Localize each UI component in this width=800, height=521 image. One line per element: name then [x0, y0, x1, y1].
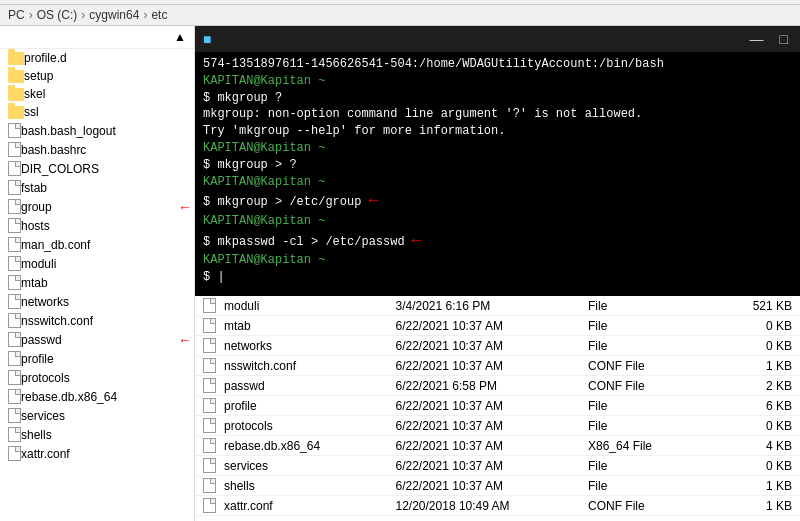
- sidebar-item[interactable]: skel: [0, 85, 194, 103]
- sidebar-item[interactable]: group←: [0, 197, 194, 216]
- terminal-line: $ mkgroup ?: [203, 90, 792, 107]
- terminal-controls: — □: [746, 31, 792, 47]
- terminal-body: 574-1351897611-1456626541-504:/home/WDAG…: [195, 52, 800, 296]
- file-icon: [8, 180, 21, 195]
- file-icon: [203, 338, 216, 353]
- sidebar-item[interactable]: bash.bashrc: [0, 140, 194, 159]
- arrow-indicator: ←: [369, 192, 379, 210]
- sidebar-item[interactable]: shells: [0, 425, 194, 444]
- terminal-line: KAPITAN@Kapitan ~: [203, 213, 792, 230]
- type-cell: File: [580, 396, 718, 416]
- file-icon: [203, 398, 216, 413]
- size-cell: 4 KB: [718, 436, 801, 456]
- sidebar-item[interactable]: passwd←: [0, 330, 194, 349]
- sidebar-item[interactable]: profile.d: [0, 49, 194, 67]
- table-row[interactable]: protocols6/22/2021 10:37 AMFile0 KB: [195, 416, 800, 436]
- file-icon: [203, 498, 216, 513]
- breadcrumb-os[interactable]: OS (C:): [37, 8, 78, 22]
- date-cell: 6/22/2021 10:37 AM: [388, 336, 581, 356]
- date-cell: 6/22/2021 10:37 AM: [388, 356, 581, 376]
- file-name: bash.bash_logout: [21, 124, 186, 138]
- file-icon: [8, 351, 21, 366]
- sidebar-item[interactable]: man_db.conf: [0, 235, 194, 254]
- sidebar-item[interactable]: hosts: [0, 216, 194, 235]
- date-cell: 6/22/2021 10:37 AM: [388, 456, 581, 476]
- file-name: man_db.conf: [21, 238, 186, 252]
- date-cell: 6/22/2021 10:37 AM: [388, 436, 581, 456]
- terminal-icon: ■: [203, 31, 211, 47]
- sidebar-item[interactable]: fstab: [0, 178, 194, 197]
- sidebar-item[interactable]: bash.bash_logout: [0, 121, 194, 140]
- size-cell: 1 KB: [718, 476, 801, 496]
- file-icon: [8, 237, 21, 252]
- sidebar-item[interactable]: services: [0, 406, 194, 425]
- terminal-line: $ mkgroup > /etc/group ←: [203, 190, 792, 212]
- file-icon: [8, 332, 21, 347]
- file-icon: [203, 458, 216, 473]
- table-row[interactable]: shells6/22/2021 10:37 AMFile1 KB: [195, 476, 800, 496]
- table-row[interactable]: moduli3/4/2021 6:16 PMFile521 KB: [195, 296, 800, 316]
- folder-icon: [8, 70, 24, 83]
- sidebar-item[interactable]: moduli: [0, 254, 194, 273]
- terminal-line: KAPITAN@Kapitan ~: [203, 140, 792, 157]
- terminal-line: mkgroup: non-option command line argumen…: [203, 106, 792, 123]
- date-cell: 6/22/2021 10:37 AM: [388, 316, 581, 336]
- file-name: hosts: [21, 219, 186, 233]
- size-cell: 1 KB: [718, 356, 801, 376]
- table-row[interactable]: mtab6/22/2021 10:37 AMFile0 KB: [195, 316, 800, 336]
- sidebar-item[interactable]: xattr.conf: [0, 444, 194, 463]
- sort-arrow: ▲: [174, 30, 186, 44]
- terminal-line: $ |: [203, 269, 792, 286]
- date-cell: 6/22/2021 10:37 AM: [388, 476, 581, 496]
- table-row[interactable]: services6/22/2021 10:37 AMFile0 KB: [195, 456, 800, 476]
- sidebar-item[interactable]: ssl: [0, 103, 194, 121]
- file-name: bash.bashrc: [21, 143, 186, 157]
- file-name-cell: protocols: [195, 416, 388, 435]
- file-name-cell: nsswitch.conf: [195, 356, 388, 375]
- sidebar-item[interactable]: networks: [0, 292, 194, 311]
- main-content: ▲ profile.dsetupskelsslbash.bash_logoutb…: [0, 26, 800, 521]
- file-icon: [8, 199, 21, 214]
- file-name: nsswitch.conf: [21, 314, 186, 328]
- sidebar-item[interactable]: protocols: [0, 368, 194, 387]
- sidebar-item[interactable]: nsswitch.conf: [0, 311, 194, 330]
- sidebar-item[interactable]: setup: [0, 67, 194, 85]
- folder-icon: [8, 88, 24, 101]
- sidebar-header: ▲: [0, 26, 194, 49]
- breadcrumb-pc[interactable]: PC: [8, 8, 25, 22]
- breadcrumb-etc[interactable]: etc: [151, 8, 167, 22]
- maximize-button[interactable]: □: [776, 31, 792, 47]
- file-name-cell: xattr.conf: [195, 496, 388, 515]
- table-row[interactable]: xattr.conf12/20/2018 10:49 AMCONF File1 …: [195, 496, 800, 516]
- folder-icon: [8, 106, 24, 119]
- table-row[interactable]: networks6/22/2021 10:37 AMFile0 KB: [195, 336, 800, 356]
- table-row[interactable]: passwd6/22/2021 6:58 PMCONF File2 KB: [195, 376, 800, 396]
- file-name-cell: profile: [195, 396, 388, 415]
- file-icon: [8, 142, 21, 157]
- file-name-cell: rebase.db.x86_64: [195, 436, 388, 455]
- sidebar-item[interactable]: profile: [0, 349, 194, 368]
- terminal-line: KAPITAN@Kapitan ~: [203, 174, 792, 191]
- table-row[interactable]: profile6/22/2021 10:37 AMFile6 KB: [195, 396, 800, 416]
- table-row[interactable]: nsswitch.conf6/22/2021 10:37 AMCONF File…: [195, 356, 800, 376]
- type-cell: CONF File: [580, 376, 718, 396]
- file-icon: [8, 218, 21, 233]
- terminal-title-bar: ■ — □: [195, 26, 800, 52]
- table-row[interactable]: rebase.db.x86_646/22/2021 10:37 AMX86_64…: [195, 436, 800, 456]
- file-icon: [203, 298, 216, 313]
- file-name: protocols: [21, 371, 186, 385]
- file-name: passwd: [21, 333, 186, 347]
- sidebar-item[interactable]: DIR_COLORS: [0, 159, 194, 178]
- file-icon: [8, 123, 21, 138]
- sidebar-item[interactable]: rebase.db.x86_64: [0, 387, 194, 406]
- size-cell: 1 KB: [718, 496, 801, 516]
- address-bar: PC › OS (C:) › cygwin64 › etc: [0, 5, 800, 26]
- breadcrumb-cygwin[interactable]: cygwin64: [89, 8, 139, 22]
- minimize-button[interactable]: —: [746, 31, 768, 47]
- sidebar-item[interactable]: mtab: [0, 273, 194, 292]
- size-cell: 2 KB: [718, 376, 801, 396]
- folder-icon: [8, 52, 24, 65]
- terminal-line: KAPITAN@Kapitan ~: [203, 73, 792, 90]
- file-name-cell: services: [195, 456, 388, 475]
- terminal-line: Try 'mkgroup --help' for more informatio…: [203, 123, 792, 140]
